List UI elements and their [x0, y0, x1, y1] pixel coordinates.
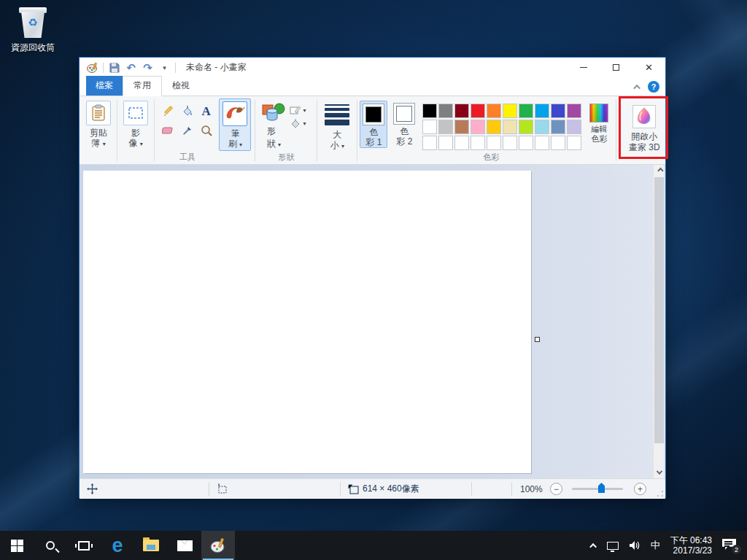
palette-color-cell[interactable] — [422, 104, 437, 118]
taskbar-clock[interactable]: 下午 06:43 2017/3/23 — [670, 535, 712, 556]
brush-button[interactable]: 筆刷 ▾ — [219, 98, 251, 151]
paint3d-group: 開啟小畫家 3D — [623, 98, 665, 164]
taskbar-search-button[interactable] — [34, 531, 67, 560]
palette-color-cell[interactable] — [503, 120, 517, 134]
edit-colors-button[interactable]: 編輯色彩 — [584, 101, 614, 144]
search-icon — [46, 541, 55, 550]
select-button[interactable]: 影像 ▾ — [120, 98, 152, 149]
group-divider — [357, 100, 357, 161]
paint-canvas[interactable] — [83, 171, 531, 473]
palette-color-cell[interactable] — [487, 120, 501, 134]
tray-expand-icon[interactable] — [589, 542, 597, 550]
collapse-ribbon-icon[interactable] — [633, 84, 640, 91]
network-icon[interactable] — [607, 542, 619, 550]
window-resize-grip[interactable] — [657, 490, 664, 497]
open-paint3d-button[interactable]: 開啟小畫家 3D — [624, 103, 665, 153]
palette-empty-cell[interactable] — [551, 136, 565, 150]
palette-color-cell[interactable] — [454, 104, 469, 118]
palette-empty-cell[interactable] — [422, 136, 437, 150]
save-button[interactable] — [108, 61, 120, 74]
redo-button[interactable]: ↷ — [142, 61, 154, 74]
color1-button[interactable]: 色彩 1 — [360, 101, 387, 148]
tab-view[interactable]: 檢視 — [162, 77, 200, 96]
shapes-button[interactable]: 形狀 ▾ — [258, 102, 290, 150]
title-bar[interactable]: ↶ ↷ ▾ 未命名 - 小畫家 ✕ — [80, 58, 665, 77]
size-icon — [325, 104, 349, 125]
size-button[interactable]: 大小 ▾ — [320, 98, 355, 152]
pencil-tool[interactable] — [160, 103, 177, 120]
cursor-position-icon — [87, 483, 98, 494]
scroll-down-button[interactable] — [654, 467, 665, 478]
status-bar: 614 × 460像素 100% − + — [80, 478, 665, 499]
recycle-bin-shortcut[interactable]: ♻ 資源回收筒 — [4, 6, 61, 54]
zoom-slider-thumb[interactable] — [598, 483, 605, 493]
palette-empty-cell[interactable] — [471, 136, 485, 150]
scroll-up-button[interactable] — [654, 165, 665, 176]
palette-color-cell[interactable] — [422, 120, 437, 134]
color2-button[interactable]: 色彩 2 — [390, 101, 418, 147]
customize-qat-dropdown[interactable]: ▾ — [158, 61, 171, 74]
palette-empty-cell[interactable] — [503, 136, 517, 150]
zoom-out-button[interactable]: − — [550, 483, 562, 495]
edge-browser-button[interactable]: e — [101, 531, 134, 560]
zoom-slider[interactable] — [572, 479, 623, 499]
color-picker-tool[interactable] — [179, 122, 196, 139]
palette-empty-cell[interactable] — [519, 136, 533, 150]
recycle-bin-label: 資源回收筒 — [4, 42, 61, 54]
close-button[interactable]: ✕ — [632, 58, 665, 77]
palette-empty-cell[interactable] — [487, 136, 501, 150]
undo-button[interactable]: ↶ — [125, 61, 137, 74]
file-explorer-button[interactable] — [134, 531, 168, 560]
fill-tool[interactable] — [179, 103, 196, 120]
shape-outline-button[interactable]: ▾ — [290, 105, 306, 115]
shape-fill-button[interactable]: ▾ — [290, 118, 306, 128]
palette-color-cell[interactable] — [551, 104, 565, 118]
zoom-slider-track[interactable] — [572, 488, 623, 490]
mail-icon — [177, 540, 193, 551]
edge-icon: e — [112, 536, 123, 556]
palette-color-cell[interactable] — [535, 120, 549, 134]
palette-color-cell[interactable] — [438, 120, 453, 134]
palette-color-cell[interactable] — [535, 104, 549, 118]
colors-group: 色彩 1 色彩 2 編輯色彩 色彩 — [360, 98, 614, 164]
help-button[interactable]: ? — [648, 81, 659, 93]
palette-empty-cell[interactable] — [438, 136, 453, 150]
vertical-scrollbar[interactable] — [653, 165, 664, 478]
canvas-resize-handle[interactable] — [535, 337, 540, 342]
palette-color-cell[interactable] — [438, 104, 453, 118]
start-button[interactable] — [0, 531, 34, 560]
palette-color-cell[interactable] — [503, 104, 517, 118]
ime-indicator[interactable]: 中 — [651, 539, 660, 552]
tab-file[interactable]: 檔案 — [86, 76, 123, 96]
task-view-button[interactable] — [67, 531, 101, 560]
tab-home[interactable]: 常用 — [123, 76, 162, 96]
eraser-tool[interactable] — [160, 122, 177, 139]
action-center-button[interactable]: 2 — [722, 539, 738, 552]
magnifier-tool[interactable] — [198, 122, 215, 139]
palette-color-cell[interactable] — [487, 104, 501, 118]
paint-taskbar-button[interactable] — [201, 531, 235, 560]
volume-icon[interactable] — [629, 540, 640, 551]
dropdown-arrow-icon: ▾ — [303, 120, 306, 127]
palette-empty-cell[interactable] — [567, 136, 581, 150]
minimize-button[interactable] — [567, 58, 600, 77]
scrollbar-thumb[interactable] — [654, 177, 664, 443]
palette-color-cell[interactable] — [519, 104, 533, 118]
palette-empty-cell[interactable] — [535, 136, 549, 150]
palette-color-cell[interactable] — [454, 120, 469, 134]
palette-color-cell[interactable] — [551, 120, 565, 134]
palette-empty-cell[interactable] — [454, 136, 469, 150]
mail-button[interactable] — [168, 531, 201, 560]
palette-color-cell[interactable] — [471, 104, 485, 118]
zoom-in-button[interactable]: + — [634, 483, 646, 495]
shapes-icon — [261, 102, 286, 125]
palette-color-cell[interactable] — [567, 120, 581, 134]
clipboard-button[interactable]: 剪貼簿 ▾ — [82, 98, 115, 149]
text-tool[interactable]: A — [198, 103, 215, 120]
maximize-button[interactable] — [600, 58, 632, 77]
palette-color-cell[interactable] — [471, 120, 485, 134]
palette-color-cell[interactable] — [519, 120, 533, 134]
palette-color-cell[interactable] — [567, 104, 581, 118]
paint-app-icon[interactable] — [86, 61, 98, 74]
dropdown-arrow-icon: ▾ — [140, 141, 143, 147]
